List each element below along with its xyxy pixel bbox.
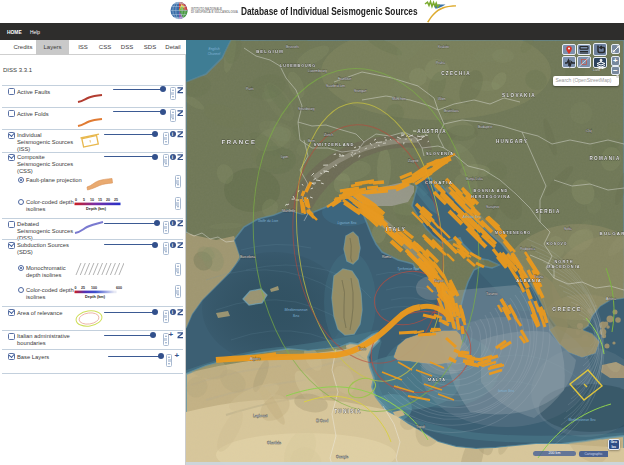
svg-text:Tirana: Tirana	[534, 275, 544, 279]
svg-text:Algiers: Algiers	[250, 357, 261, 361]
svg-text:Mediterranean: Mediterranean	[284, 308, 307, 312]
svg-text:Ionian Sea: Ionian Sea	[498, 389, 514, 393]
svg-text:BOSNIA AND: BOSNIA AND	[474, 189, 509, 193]
svg-text:Strasbourg: Strasbourg	[298, 107, 315, 111]
svg-text:Mediterranean Sea: Mediterranean Sea	[568, 418, 595, 422]
svg-text:English: English	[208, 47, 219, 51]
svg-text:Laghouat: Laghouat	[253, 414, 267, 418]
svg-text:HERZEGOVINA: HERZEGOVINA	[471, 195, 511, 199]
svg-text:Zagreb: Zagreb	[408, 159, 419, 163]
svg-text:SLOVENIA: SLOVENIA	[426, 152, 454, 156]
svg-text:20: 20	[106, 198, 110, 202]
svg-text:BELGIUM: BELGIUM	[256, 49, 284, 54]
svg-text:Sarajevo: Sarajevo	[486, 205, 499, 209]
svg-text:Tyrrhenian Sea: Tyrrhenian Sea	[397, 267, 419, 271]
svg-text:100: 100	[91, 286, 97, 290]
svg-text:SERBIA: SERBIA	[535, 209, 560, 214]
svg-text:Napoli: Napoli	[434, 279, 444, 283]
svg-text:25: 25	[81, 286, 85, 290]
svg-text:Marseille: Marseille	[282, 209, 296, 213]
svg-text:Depth (km): Depth (km)	[85, 295, 106, 299]
svg-text:Depth (km): Depth (km)	[86, 207, 107, 211]
svg-text:Sea: Sea	[293, 314, 299, 318]
svg-text:GREECE: GREECE	[552, 306, 582, 312]
svg-text:0: 0	[75, 198, 77, 202]
svg-text:Ouargla: Ouargla	[336, 455, 348, 459]
svg-text:Kraków: Kraków	[438, 45, 450, 49]
svg-text:Paris: Paris	[246, 87, 254, 91]
svg-text:SWITZERLAND: SWITZERLAND	[313, 142, 354, 147]
svg-text:AUSTRIA: AUSTRIA	[417, 129, 447, 134]
svg-text:Barcelona: Barcelona	[240, 255, 255, 259]
svg-text:MACEDONIA: MACEDONIA	[547, 265, 580, 269]
svg-text:ROMANIA: ROMANIA	[589, 156, 620, 161]
svg-text:El Oued: El Oued	[316, 419, 328, 423]
svg-text:Podgorica: Podgorica	[520, 247, 535, 251]
svg-text:Sofia: Sofia	[564, 227, 572, 231]
svg-text:Bern: Bern	[308, 139, 315, 143]
svg-text:Lyon: Lyon	[281, 155, 288, 159]
svg-text:Frankfurt: Frankfurt	[338, 77, 352, 81]
svg-text:Praha: Praha	[436, 61, 445, 65]
svg-text:Roma: Roma	[382, 255, 391, 259]
svg-text:Stuttgart: Stuttgart	[354, 89, 367, 93]
svg-text:KOSOVO: KOSOVO	[547, 242, 568, 246]
svg-text:0: 0	[75, 286, 77, 290]
svg-text:Ghardaia: Ghardaia	[267, 441, 281, 445]
svg-text:Zürich: Zürich	[324, 133, 334, 137]
svg-text:FRANCE: FRANCE	[221, 139, 256, 145]
svg-text:MALTA: MALTA	[428, 378, 446, 382]
svg-text:Luxembourg: Luxembourg	[308, 69, 327, 73]
svg-text:Banja Luka: Banja Luka	[466, 177, 483, 181]
svg-text:Adriatic Sea: Adriatic Sea	[462, 215, 481, 219]
svg-text:Tunis: Tunis	[358, 347, 366, 351]
svg-text:Tripoli: Tripoli	[416, 425, 425, 429]
svg-text:Budapest: Budapest	[478, 125, 492, 129]
svg-text:BULGARIA: BULGARIA	[600, 231, 624, 236]
svg-text:HUNGARY: HUNGARY	[496, 139, 528, 144]
svg-text:Bratislava: Bratislava	[444, 109, 459, 113]
svg-text:Golfe du Lion: Golfe du Lion	[258, 219, 278, 223]
svg-text:10: 10	[90, 198, 94, 202]
svg-text:München: München	[392, 97, 406, 101]
svg-text:ITALY: ITALY	[386, 226, 407, 232]
svg-text:TUNISIA: TUNISIA	[334, 409, 361, 414]
svg-text:LUXEMBOURG: LUXEMBOURG	[280, 64, 316, 68]
svg-text:SLOVAKIA: SLOVAKIA	[502, 93, 536, 98]
svg-text:Saarbrücken: Saarbrücken	[326, 84, 345, 88]
svg-text:NORTH: NORTH	[555, 260, 574, 264]
svg-text:Wien: Wien	[438, 97, 446, 101]
svg-text:Athína: Athína	[606, 297, 616, 301]
svg-text:25: 25	[114, 198, 118, 202]
svg-text:MONTENEGRO: MONTENEGRO	[495, 231, 531, 235]
svg-text:Brussels: Brussels	[286, 45, 299, 49]
svg-text:Cluj: Cluj	[586, 129, 592, 133]
svg-text:Ligurian Sea: Ligurian Sea	[337, 221, 356, 225]
svg-text:CROATIA: CROATIA	[425, 180, 453, 185]
svg-text:15: 15	[98, 198, 102, 202]
svg-text:600: 600	[116, 286, 122, 290]
svg-text:Taranto: Taranto	[486, 292, 497, 296]
svg-text:5: 5	[83, 198, 85, 202]
svg-text:CZECHIA: CZECHIA	[441, 71, 471, 76]
svg-text:Channel: Channel	[208, 52, 221, 56]
